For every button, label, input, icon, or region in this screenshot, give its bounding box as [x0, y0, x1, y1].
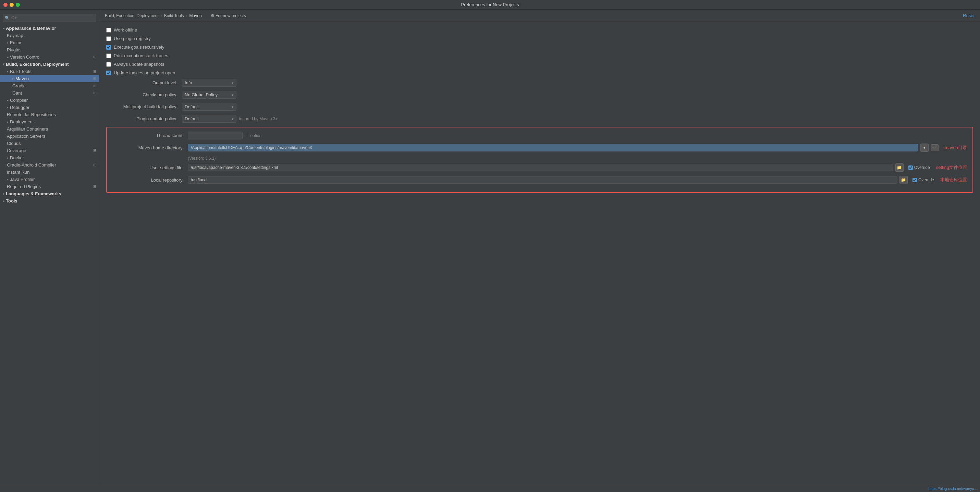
sidebar-item-debugger[interactable]: ▸ Debugger [0, 104, 99, 111]
output-level-select[interactable]: Info Debug Warn Error [181, 79, 236, 87]
breadcrumb: Build, Execution, Deployment › Build Too… [99, 10, 980, 22]
sidebar-item-gradle-android-compiler[interactable]: Gradle-Android Compiler ⊞ [0, 161, 99, 169]
close-button[interactable] [3, 3, 8, 7]
sidebar-item-languages-frameworks[interactable]: ▸ Languages & Frameworks [0, 190, 99, 197]
output-level-select-wrapper: Info Debug Warn Error [181, 79, 236, 87]
sidebar-item-appearance-behavior[interactable]: ▸ Appearance & Behavior [0, 25, 99, 32]
search-icon: 🔍 [5, 16, 10, 20]
maven-version-text: (Version: 3.6.1) [188, 156, 967, 161]
bottom-bar: https://blog.csdn.net/wanyu... [0, 485, 980, 492]
thread-count-row: Thread count: -T option [112, 132, 967, 139]
checksum-policy-row: Checksum policy: No Global Policy Fail W… [106, 91, 973, 99]
breadcrumb-part2: Build Tools [164, 13, 184, 18]
sidebar-item-clouds[interactable]: Clouds [0, 140, 99, 147]
user-settings-folder-button[interactable]: 📁 [896, 163, 904, 172]
sidebar-item-build-execution-deployment[interactable]: ▾ Build, Execution, Deployment [0, 61, 99, 68]
arrow-icon: ▸ [7, 156, 9, 160]
badge-icon: ⊞ [93, 91, 96, 95]
maven-home-label: Maven home directory: [112, 145, 188, 150]
arrow-icon: ▸ [7, 105, 9, 109]
maven-home-dropdown-button[interactable]: ▾ [920, 143, 929, 152]
sidebar-item-coverage[interactable]: Coverage ⊞ [0, 147, 99, 154]
arrow-icon: ▾ [7, 70, 9, 73]
work-offline-checkbox[interactable] [106, 28, 111, 33]
user-settings-input[interactable] [188, 164, 893, 171]
sidebar: 🔍 ▸ Appearance & Behavior Keymap ▸ Edito… [0, 10, 99, 485]
execute-goals-label: Execute goals recursively [114, 45, 164, 50]
sidebar-item-required-plugins[interactable]: Required Plugins ⊞ [0, 183, 99, 190]
sidebar-item-application-servers[interactable]: Application Servers [0, 132, 99, 140]
multiproject-policy-select-wrapper: Default Fail At End Fail Never [181, 103, 236, 111]
thread-count-control: -T option [188, 132, 967, 139]
plugin-update-policy-row: Plugin update policy: Default Force Neve… [106, 115, 973, 123]
maven-home-browse-button[interactable]: ··· [931, 144, 939, 151]
badge-icon: ⊞ [93, 69, 96, 74]
local-repository-override-wrapper: Override [913, 177, 934, 182]
sidebar-item-compiler[interactable]: ▸ Compiler [0, 97, 99, 104]
plugin-update-policy-select[interactable]: Default Force Never [181, 115, 236, 123]
search-box[interactable]: 🔍 [3, 14, 96, 22]
arrow-icon: ▸ [7, 41, 9, 45]
local-repository-override-checkbox[interactable] [913, 178, 917, 182]
sidebar-item-build-tools[interactable]: ▾ Build Tools ⊞ [0, 68, 99, 75]
sidebar-item-remote-jar-repositories[interactable]: Remote Jar Repositories [0, 111, 99, 118]
execute-goals-checkbox[interactable] [106, 45, 111, 50]
local-repository-row: Local repository: 📁 Override 本地仓库位置 [112, 176, 967, 184]
sidebar-item-editor[interactable]: ▸ Editor [0, 39, 99, 46]
breadcrumb-sep2: › [186, 13, 188, 18]
checkbox-execute-goals: Execute goals recursively [106, 45, 973, 50]
sidebar-item-gant[interactable]: Gant ⊞ [0, 89, 99, 97]
sidebar-item-gradle[interactable]: Gradle ⊞ [0, 82, 99, 89]
arrow-icon: ▸ [7, 98, 9, 102]
window-title: Preferences for New Projects [461, 2, 519, 7]
checksum-policy-select[interactable]: No Global Policy Fail Warn Ignore [181, 91, 236, 99]
search-input[interactable] [3, 14, 96, 22]
maven-home-row: Maven home directory: ▾ ··· maven目录 [112, 143, 967, 152]
local-repository-folder-button[interactable]: 📁 [899, 176, 908, 184]
print-exception-label: Print exception stack traces [114, 53, 168, 58]
local-repository-control: 📁 Override 本地仓库位置 [188, 176, 967, 184]
badge-icon: ⊞ [93, 163, 96, 167]
user-settings-override-checkbox[interactable] [908, 166, 913, 170]
breadcrumb-part1: Build, Execution, Deployment [105, 13, 159, 18]
plugin-update-hint: ignored by Maven 3+ [239, 116, 278, 121]
sidebar-item-java-profiler[interactable]: ▸ Java Profiler [0, 176, 99, 183]
main-content: Build, Execution, Deployment › Build Too… [99, 10, 980, 485]
multiproject-policy-select[interactable]: Default Fail At End Fail Never [181, 103, 236, 111]
title-bar: Preferences for New Projects [0, 0, 980, 10]
maximize-button[interactable] [16, 3, 20, 7]
thread-count-label: Thread count: [112, 133, 188, 138]
checkbox-print-exception: Print exception stack traces [106, 53, 973, 58]
local-repository-annotation: 本地仓库位置 [940, 177, 967, 183]
arrow-icon: ▾ [3, 62, 5, 66]
thread-count-input[interactable] [188, 132, 243, 139]
always-update-label: Always update snapshots [114, 62, 164, 67]
sidebar-item-instant-run[interactable]: Instant Run [0, 169, 99, 176]
sidebar-item-tools[interactable]: ▸ Tools [0, 197, 99, 205]
sidebar-item-version-control[interactable]: ▸ Version Control ⊞ [0, 53, 99, 61]
local-repository-override-label: Override [918, 177, 934, 182]
checksum-policy-label: Checksum policy: [106, 92, 181, 97]
always-update-checkbox[interactable] [106, 62, 111, 67]
traffic-lights [3, 3, 20, 7]
use-plugin-registry-checkbox[interactable] [106, 36, 111, 41]
sidebar-item-keymap[interactable]: Keymap [0, 32, 99, 39]
checksum-policy-control: No Global Policy Fail Warn Ignore [181, 91, 973, 99]
multiproject-policy-row: Multiproject build fail policy: Default … [106, 103, 973, 111]
sidebar-item-deployment[interactable]: ▸ Deployment [0, 118, 99, 126]
sidebar-item-arquillian-containers[interactable]: Arquillian Containers [0, 126, 99, 132]
bottom-url: https://blog.csdn.net/wanyu... [929, 487, 977, 490]
maven-home-input[interactable] [188, 144, 918, 151]
local-repository-input[interactable] [188, 176, 897, 184]
arrow-icon: ▸ [7, 55, 9, 59]
output-level-label: Output level: [106, 80, 181, 85]
minimize-button[interactable] [10, 3, 14, 7]
update-indices-checkbox[interactable] [106, 70, 111, 75]
sidebar-item-docker[interactable]: ▸ Docker [0, 154, 99, 161]
breadcrumb-part3: Maven [189, 13, 202, 18]
output-level-row: Output level: Info Debug Warn Error [106, 79, 973, 87]
reset-button[interactable]: Reset [963, 13, 975, 18]
sidebar-item-maven[interactable]: ▸ Maven ⊞ [0, 75, 99, 82]
print-exception-checkbox[interactable] [106, 53, 111, 58]
sidebar-item-plugins[interactable]: Plugins [0, 46, 99, 53]
